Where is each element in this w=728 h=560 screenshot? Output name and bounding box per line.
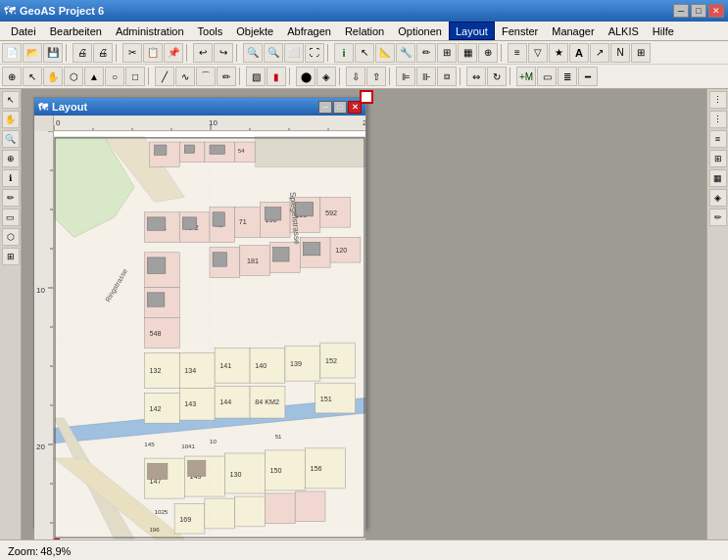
rotate-button[interactable]: ↻ [487, 67, 507, 86]
hand-button[interactable]: ✋ [43, 67, 63, 86]
left-sidebar: ↖ ✋ 🔍 ⊕ ℹ ✏ ▭ ⬡ ⊞ [0, 89, 22, 539]
separator-10 [339, 68, 343, 85]
menu-tools[interactable]: Tools [191, 22, 230, 40]
tool-btn-3[interactable]: ⊞ [437, 43, 457, 63]
toolbar-row-1: 📄 📂 💾 🖨 🖨 ✂ 📋 📌 ↩ ↪ 🔍 🔍 ⬜ ⛶ i ↖ 📐 🔧 ✏ ⊞ … [0, 41, 728, 65]
cut-button[interactable]: ✂ [122, 43, 142, 63]
arrow-button[interactable]: ↗ [590, 43, 609, 63]
map-add-button[interactable]: +M [516, 67, 536, 86]
align-right[interactable]: ⊪ [416, 67, 436, 86]
right-tool-2[interactable]: ⋮ [709, 111, 727, 128]
left-tool-3[interactable]: 🔍 [2, 130, 20, 148]
grid-button[interactable]: ⊞ [631, 43, 651, 63]
line-button[interactable]: ╱ [155, 67, 174, 86]
filter-button[interactable]: ▽ [528, 43, 548, 63]
menu-datei[interactable]: Datei [4, 22, 43, 40]
left-tool-8[interactable]: ⬡ [2, 228, 20, 246]
left-tool-6[interactable]: ✏ [2, 189, 20, 207]
freehand-button[interactable]: ✏ [217, 67, 236, 86]
menu-manager[interactable]: Manager [545, 22, 601, 40]
menu-fenster[interactable]: Fenster [495, 22, 545, 40]
zoom-in-button[interactable]: 🔍 [243, 43, 263, 63]
bezier-button[interactable]: ∿ [175, 67, 195, 86]
color-button[interactable]: ▮ [267, 67, 286, 86]
print-button[interactable]: 🖨 [73, 43, 92, 63]
menu-objekte[interactable]: Objekte [229, 22, 280, 40]
frame-button[interactable]: ▭ [537, 67, 557, 86]
nodes-button[interactable]: ⬤ [296, 67, 315, 86]
maximize-button[interactable]: □ [691, 4, 706, 18]
save-button[interactable]: 💾 [43, 43, 63, 63]
fill-button[interactable]: ▧ [246, 67, 266, 86]
right-tool-7[interactable]: ✏ [709, 209, 727, 226]
svg-text:141: 141 [219, 362, 231, 370]
align-left[interactable]: ⊫ [396, 67, 415, 86]
legend-button[interactable]: ≣ [558, 67, 577, 86]
tool-btn-4[interactable]: ▦ [458, 43, 477, 63]
menu-abfragen[interactable]: Abfragen [280, 22, 338, 40]
snap-button[interactable]: ⊕ [2, 67, 22, 86]
right-tool-1[interactable]: ⋮ [709, 91, 727, 109]
menu-alkis[interactable]: ALKIS [602, 22, 646, 40]
left-tool-9[interactable]: ⊞ [2, 248, 20, 265]
tool-btn-5[interactable]: ⊕ [478, 43, 498, 63]
scalebar-button[interactable]: ━ [578, 67, 598, 86]
menu-layout[interactable]: Layout [449, 22, 495, 40]
right-tool-5[interactable]: ▦ [709, 169, 727, 187]
print-preview-button[interactable]: 🖨 [93, 43, 113, 63]
right-tool-6[interactable]: ◈ [709, 189, 727, 207]
export-btn[interactable]: ⇧ [366, 67, 386, 86]
curve-button[interactable]: ⌒ [196, 67, 216, 86]
open-button[interactable]: 📂 [23, 43, 42, 63]
left-tool-4[interactable]: ⊕ [2, 150, 20, 167]
layout-maximize-button[interactable]: □ [333, 101, 347, 114]
resize-handle-bottom-left[interactable] [54, 538, 60, 539]
svg-rect-58 [147, 217, 165, 230]
vertices-button[interactable]: ◈ [316, 67, 336, 86]
close-button[interactable]: ✕ [708, 4, 724, 18]
left-tool-7[interactable]: ▭ [2, 209, 20, 226]
paste-button[interactable]: 📌 [164, 43, 183, 63]
svg-text:120: 120 [335, 247, 347, 255]
left-tool-5[interactable]: ℹ [2, 169, 20, 187]
lasso-button[interactable]: ⬡ [64, 67, 83, 86]
svg-rect-59 [182, 217, 196, 229]
layer-button[interactable]: ≡ [508, 43, 527, 63]
copy-button[interactable]: 📋 [143, 43, 163, 63]
undo-button[interactable]: ↩ [193, 43, 213, 63]
text-button[interactable]: A [569, 43, 589, 63]
zoom-window-button[interactable]: ⬜ [284, 43, 304, 63]
import-btn[interactable]: ⇩ [346, 67, 365, 86]
measure-button[interactable]: 📐 [375, 43, 395, 63]
circle-button[interactable]: ○ [105, 67, 124, 86]
menu-administration[interactable]: Administration [109, 22, 191, 40]
menu-hilfe[interactable]: Hilfe [646, 22, 681, 40]
map-container[interactable]: 391 42 71 54 [54, 131, 365, 539]
menu-relation[interactable]: Relation [338, 22, 391, 40]
tool-btn-2[interactable]: ✏ [416, 43, 436, 63]
layout-minimize-button[interactable]: ─ [318, 101, 332, 114]
polygon-button[interactable]: ▲ [84, 67, 104, 86]
right-tool-4[interactable]: ⊞ [709, 150, 727, 167]
tool-btn-1[interactable]: 🔧 [396, 43, 415, 63]
select-button[interactable]: ↖ [355, 43, 374, 63]
minimize-button[interactable]: ─ [673, 4, 689, 18]
rect-button[interactable]: □ [125, 67, 145, 86]
group-button[interactable]: ⧈ [437, 67, 457, 86]
symbol-button[interactable]: ★ [549, 43, 568, 63]
redo-button[interactable]: ↪ [214, 43, 233, 63]
zoom-out-button[interactable]: 🔍 [264, 43, 283, 63]
left-tool-2[interactable]: ✋ [2, 111, 20, 128]
scale-button[interactable]: ⇔ [466, 67, 486, 86]
new-button[interactable]: 📄 [2, 43, 22, 63]
info-button[interactable]: i [334, 43, 354, 63]
right-tool-3[interactable]: ≡ [709, 130, 727, 148]
zoom-full-button[interactable]: ⛶ [305, 43, 324, 63]
menu-optionen[interactable]: Optionen [391, 22, 449, 40]
resize-handle-top-right[interactable] [360, 90, 373, 104]
north-button[interactable]: N [610, 43, 630, 63]
pointer-button[interactable]: ↖ [23, 67, 42, 86]
menu-bearbeiten[interactable]: Bearbeiten [43, 22, 109, 40]
left-tool-1[interactable]: ↖ [2, 91, 20, 109]
svg-text:84 KM2: 84 KM2 [255, 398, 279, 406]
